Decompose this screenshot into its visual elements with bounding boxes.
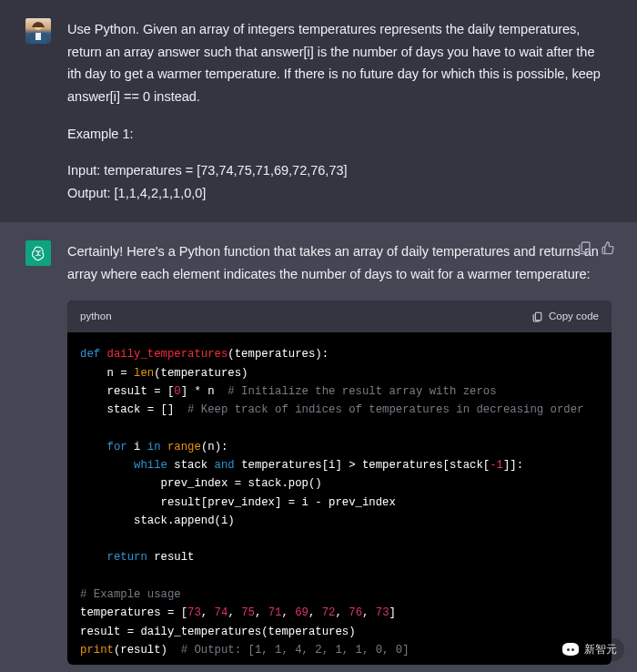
ai-content: Certainly! Here's a Python function that… xyxy=(67,240,612,665)
code-block: python Copy code def daily_temperatures(… xyxy=(67,300,612,665)
code-body[interactable]: def daily_temperatures(temperatures): n … xyxy=(67,332,612,665)
clipboard-icon xyxy=(531,311,543,322)
svg-rect-3 xyxy=(535,312,541,321)
user-message: Use Python. Given an array of integers t… xyxy=(0,0,637,222)
copy-label: Copy code xyxy=(549,308,599,326)
ai-intro: Certainly! Here's a Python function that… xyxy=(67,240,612,285)
svg-rect-4 xyxy=(581,242,590,252)
user-content: Use Python. Given an array of integers t… xyxy=(67,18,612,204)
code-lang-label: python xyxy=(80,308,112,326)
thumbs-up-button[interactable] xyxy=(601,240,615,255)
watermark-text: 新智元 xyxy=(584,641,617,658)
user-avatar xyxy=(25,18,51,44)
ai-message: Certainly! Here's a Python function that… xyxy=(0,222,637,672)
prompt-p4: Output: [1,1,4,2,1,1,0,0] xyxy=(67,182,612,205)
wechat-icon xyxy=(562,643,579,656)
clipboard-icon xyxy=(577,240,592,255)
watermark: 新智元 xyxy=(555,638,624,661)
ai-avatar xyxy=(25,240,51,266)
copy-message-button[interactable] xyxy=(577,240,592,255)
svg-rect-2 xyxy=(35,33,41,40)
copy-code-button[interactable]: Copy code xyxy=(531,308,599,326)
message-actions xyxy=(577,240,615,255)
prompt-p1: Use Python. Given an array of integers t… xyxy=(67,18,612,108)
prompt-p3: Input: temperatures = [73,74,75,71,69,72… xyxy=(67,159,612,182)
thumbs-up-icon xyxy=(601,240,615,255)
code-header: python Copy code xyxy=(67,300,612,333)
prompt-p2: Example 1: xyxy=(67,123,612,146)
